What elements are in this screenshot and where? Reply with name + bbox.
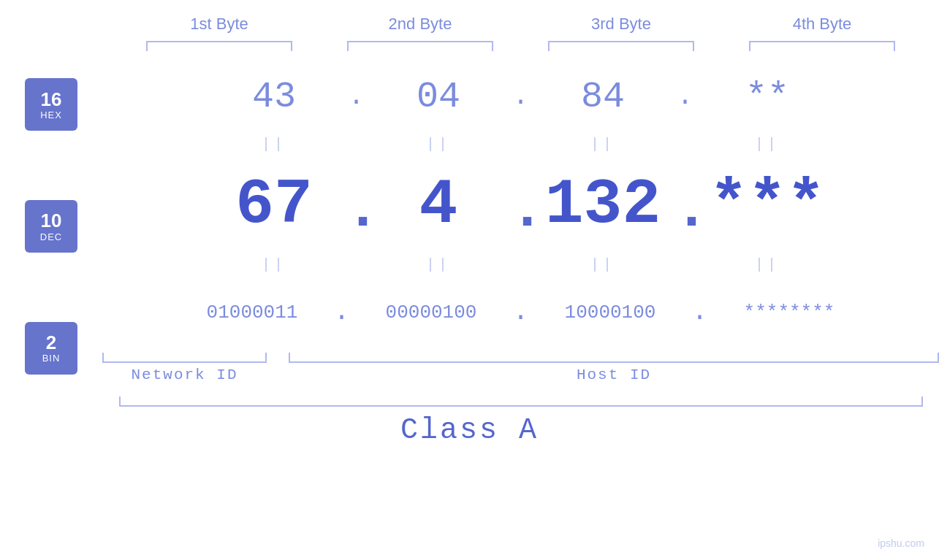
bottom-bracket-area <box>102 353 939 363</box>
badge-bin-label: BIN <box>42 353 61 364</box>
byte2-header: 2nd Byte <box>347 15 493 34</box>
bracket2 <box>347 41 493 51</box>
data-section: 43 . 04 . 84 . ** || || || || 67 <box>102 62 939 383</box>
badge-hex-num: 16 <box>41 89 62 110</box>
hex-val2: 04 <box>368 76 510 118</box>
main-container: 1st Byte 2nd Byte 3rd Byte 4th Byte 16 H… <box>0 0 939 560</box>
dec-val2: 4 <box>368 169 510 241</box>
hex-sep1: . <box>346 82 368 112</box>
dec-val1: 67 <box>203 169 346 241</box>
dec-sep2: . <box>510 181 532 239</box>
badge-dec-num: 10 <box>41 210 62 231</box>
eq1-1: || <box>203 136 346 153</box>
badge-dec-label: DEC <box>40 231 62 242</box>
badge-bin: 2 BIN <box>25 322 77 375</box>
byte-headers: 1st Byte 2nd Byte 3rd Byte 4th Byte <box>119 15 923 34</box>
badges-column: 16 HEX 10 DEC 2 BIN <box>0 62 102 383</box>
host-bracket <box>289 353 939 363</box>
hex-val1: 43 <box>203 76 346 118</box>
bin-val4: ******** <box>711 302 868 323</box>
bracket-gap1 <box>267 353 289 363</box>
content-area: 16 HEX 10 DEC 2 BIN 43 . 04 . 84 . ** <box>0 62 939 383</box>
eq1-4: || <box>696 136 839 153</box>
badge-hex-label: HEX <box>40 110 62 120</box>
byte4-header: 4th Byte <box>749 15 895 34</box>
bin-val2: 00000100 <box>353 302 510 323</box>
badge-hex: 16 HEX <box>25 78 77 131</box>
eq2-4: || <box>696 256 839 273</box>
top-brackets <box>119 41 923 51</box>
equals-row2: || || || || <box>102 252 939 277</box>
full-bottom-bracket <box>119 396 923 407</box>
bracket-labels: Network ID Host ID <box>102 367 939 383</box>
network-bracket <box>102 353 267 363</box>
dec-sep3: . <box>674 181 696 239</box>
eq2-2: || <box>368 256 510 273</box>
dec-row: 67 . 4 . 132 . *** <box>102 157 939 252</box>
equals-row1: || || || || <box>102 131 939 157</box>
watermark: ipshu.com <box>878 537 924 549</box>
dec-val3: 132 <box>532 169 674 241</box>
host-id-label: Host ID <box>289 367 939 383</box>
eq2-3: || <box>532 256 674 273</box>
bracket3 <box>548 41 694 51</box>
bracket4 <box>749 41 895 51</box>
byte3-header: 3rd Byte <box>548 15 694 34</box>
eq1-2: || <box>368 136 510 153</box>
bin-sep2: . <box>510 297 532 327</box>
eq2-1: || <box>203 256 346 273</box>
badge-dec: 10 DEC <box>25 200 77 253</box>
bin-sep3: . <box>689 297 711 327</box>
hex-val3: 84 <box>532 76 674 118</box>
byte1-header: 1st Byte <box>146 15 292 34</box>
bin-val3: 10000100 <box>532 302 689 323</box>
hex-row: 43 . 04 . 84 . ** <box>102 62 939 131</box>
bin-val1: 01000011 <box>174 302 331 323</box>
bin-row: 01000011 . 00000100 . 10000100 . *******… <box>102 277 939 347</box>
label-gap <box>267 367 289 383</box>
dec-val4: *** <box>696 169 839 241</box>
badge-bin-num: 2 <box>46 332 56 353</box>
class-label: Class A <box>400 414 539 447</box>
hex-sep2: . <box>510 82 532 112</box>
dec-sep1: . <box>346 181 368 239</box>
hex-sep3: . <box>674 82 696 112</box>
network-id-label: Network ID <box>102 367 267 383</box>
bin-sep1: . <box>331 297 353 327</box>
hex-val4: ** <box>696 76 839 118</box>
eq1-3: || <box>532 136 674 153</box>
bracket1 <box>146 41 292 51</box>
